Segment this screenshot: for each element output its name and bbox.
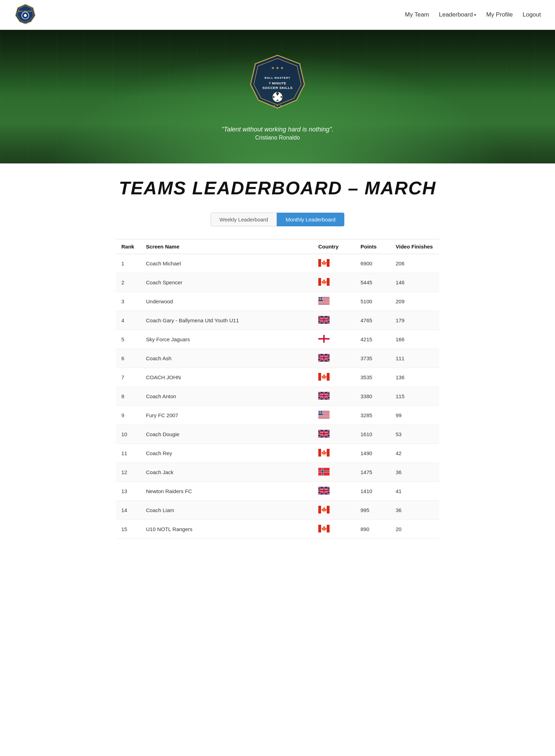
table-row: 13 Newton Raiders FC 1410 41 [116,482,439,501]
points-cell: 3380 [355,387,390,406]
svg-text:🍁: 🍁 [321,507,327,513]
dropdown-arrow-icon: ▾ [474,13,476,17]
svg-rect-40 [318,338,330,340]
svg-rect-68 [318,416,330,416]
videos-cell: 146 [390,273,439,292]
svg-text:🍁: 🍁 [321,526,327,532]
rank-cell: 1 [116,254,140,273]
table-row: 12 Coach Jack 1475 36 [116,463,439,482]
name-cell: Coach Jack [140,463,313,482]
points-cell: 1490 [355,444,390,463]
name-cell: Coach Anton [140,387,313,406]
name-cell: Coach Rey [140,444,313,463]
country-cell: 🍁 [313,501,355,520]
nav-logout[interactable]: Logout [523,11,541,18]
points-cell: 995 [355,501,390,520]
svg-rect-82 [318,433,330,434]
table-header-row: Rank Screen Name Country Points Video Fi… [116,239,439,254]
hero-banner: ★ ★ ★ BALL MASTERY 7 MINUTE SOCCER SKILL… [0,30,555,163]
svg-text:★★★: ★★★ [318,411,323,413]
rank-cell: 14 [116,501,140,520]
table-row: 11 Coach Rey 🍁 1490 42 [116,444,439,463]
points-cell: 3735 [355,349,390,368]
country-cell: 🍁 [313,520,355,539]
rank-cell: 15 [116,520,140,539]
name-cell: Underwood [140,292,313,311]
col-header-points: Points [355,239,390,254]
hero-author: Cristiano Ronaldo [222,135,333,141]
points-cell: 1610 [355,425,390,444]
points-cell: 5445 [355,273,390,292]
videos-cell: 36 [390,463,439,482]
logo: BALL MASTERY ★ ★ ★ [14,4,37,26]
hero-quote: "Talent without working hard is nothing"… [222,126,333,133]
tab-weekly[interactable]: Weekly Leaderboard [211,213,277,226]
logo-icon: BALL MASTERY ★ ★ ★ [14,4,37,26]
name-cell: Coach Liam [140,501,313,520]
name-cell: COACH JOHN [140,368,313,387]
nav-leaderboard[interactable]: Leaderboard ▾ [439,11,476,18]
videos-cell: 136 [390,368,439,387]
points-cell: 4215 [355,330,390,349]
svg-text:❧ ❧ ❧: ❧ ❧ ❧ [273,104,282,107]
svg-text:BALL MASTERY: BALL MASTERY [264,76,291,79]
country-cell: ★★★★★★ [313,406,355,425]
svg-text:🍁: 🍁 [321,450,327,456]
country-cell [313,482,355,501]
hero-emblem-icon: ★ ★ ★ BALL MASTERY 7 MINUTE SOCCER SKILL… [246,53,309,116]
svg-point-1 [24,14,27,17]
hero-content: ★ ★ ★ BALL MASTERY 7 MINUTE SOCCER SKILL… [222,53,333,141]
svg-rect-25 [318,304,330,305]
rank-cell: 8 [116,387,140,406]
country-cell: ★★★★★★ [313,292,355,311]
table-row: 2 Coach Spencer 🍁 5445 146 [116,273,439,292]
table-row: 9 Fury FC 2007 ★★★★★★ 3285 99 [116,406,439,425]
nav-my-team[interactable]: My Team [405,11,429,18]
points-cell: 6900 [355,254,390,273]
table-row: 4 Coach Gary - Ballymena Utd Youth U11 4… [116,311,439,330]
col-header-name: Screen Name [140,239,313,254]
rank-cell: 2 [116,273,140,292]
videos-cell: 115 [390,387,439,406]
videos-cell: 20 [390,520,439,539]
points-cell: 5100 [355,292,390,311]
svg-rect-49 [318,357,330,358]
rank-cell: 9 [116,406,140,425]
svg-rect-91 [318,471,330,472]
navbar: BALL MASTERY ★ ★ ★ My Team Leaderboard ▾… [0,0,555,30]
country-cell [313,387,355,406]
name-cell: Sky Force Jaguars [140,330,313,349]
main-content: TEAMS LEADERBOARD – MARCH Weekly Leaderb… [109,163,446,553]
nav-my-profile[interactable]: My Profile [486,11,513,18]
svg-rect-62 [318,395,330,396]
country-cell [313,425,355,444]
country-cell [313,311,355,330]
videos-cell: 41 [390,482,439,501]
name-cell: Newton Raiders FC [140,482,313,501]
svg-rect-23 [318,302,330,303]
col-header-rank: Rank [116,239,140,254]
tab-buttons: Weekly Leaderboard Monthly Leaderboard [116,213,439,226]
svg-rect-12 [327,259,330,267]
leaderboard-table: Rank Screen Name Country Points Video Fi… [116,239,439,539]
rank-cell: 5 [116,330,140,349]
svg-text:SOCCER SKILLS: SOCCER SKILLS [262,85,293,89]
svg-rect-85 [327,449,330,457]
svg-text:★ ★ ★: ★ ★ ★ [271,65,284,70]
country-cell: 🍁 [313,444,355,463]
tab-monthly[interactable]: Monthly Leaderboard [277,213,344,226]
col-header-country: Country [313,239,355,254]
name-cell: U10 NOTL Rangers [140,520,313,539]
svg-text:★ ★ ★: ★ ★ ★ [23,22,28,24]
svg-rect-103 [327,506,330,513]
videos-cell: 179 [390,311,439,330]
country-cell [313,463,355,482]
points-cell: 3285 [355,406,390,425]
name-cell: Coach Michael [140,254,313,273]
svg-rect-70 [318,418,330,419]
country-cell [313,349,355,368]
videos-cell: 206 [390,254,439,273]
points-cell: 3535 [355,368,390,387]
name-cell: Coach Dougie [140,425,313,444]
name-cell: Fury FC 2007 [140,406,313,425]
